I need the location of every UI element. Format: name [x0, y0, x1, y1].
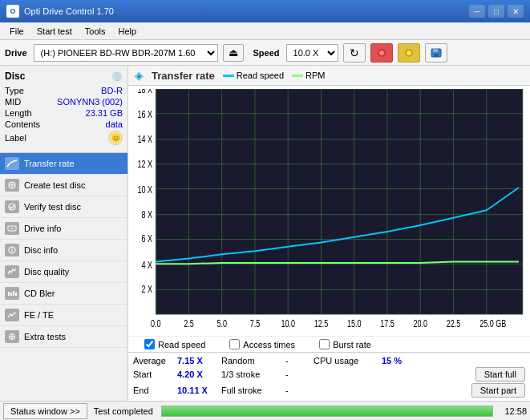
drive-select[interactable]: (H:) PIONEER BD-RW BDR-207M 1.60	[34, 44, 218, 62]
checkbox-read-speed[interactable]: Read speed	[144, 339, 205, 349]
svg-text:0.0: 0.0	[151, 318, 161, 329]
stat-end-value: 10.11 X	[177, 386, 221, 395]
status-text: Test completed	[94, 406, 153, 416]
checkbox-access-times[interactable]: Access times	[229, 339, 295, 349]
sidebar-item-extra-tests[interactable]: Extra tests	[0, 326, 127, 348]
disc-type-row: Type BD-R	[5, 85, 123, 96]
disc-mid-label: MID	[5, 97, 21, 107]
sidebar-item-transfer-rate[interactable]: Transfer rate	[0, 153, 127, 175]
status-window-button[interactable]: Status window >>	[3, 403, 87, 419]
stat-13stroke-value: -	[285, 370, 314, 379]
speed-label: Speed	[253, 48, 280, 58]
menu-start-test[interactable]: Start test	[30, 25, 79, 38]
menubar: File Start test Tools Help	[0, 22, 530, 40]
sidebar-item-drive-info[interactable]: Drive info	[0, 218, 127, 240]
progress-bar-fill	[162, 406, 493, 416]
chart-container: 18 X 16 X 14 X 12 X 10 X 8 X 6 X 4 X 2 X…	[128, 86, 530, 336]
speed-select[interactable]: 10.0 X	[286, 44, 338, 62]
legend-read-speed-color	[223, 75, 234, 77]
svg-text:14 X: 14 X	[138, 134, 153, 145]
disc-length-row: Length 23.31 GB	[5, 107, 123, 119]
svg-text:2.5: 2.5	[184, 318, 194, 329]
titlebar-title: Opti Drive Control 1.70	[24, 6, 114, 16]
main-content: Disc 💿 Type BD-R MID SONYNN3 (002) Lengt…	[0, 66, 530, 401]
toolbar: Drive (H:) PIONEER BD-RW BDR-207M 1.60 ⏏…	[0, 40, 530, 66]
disc-mid-value: SONYNN3 (002)	[57, 97, 123, 107]
disc-panel: Disc 💿 Type BD-R MID SONYNN3 (002) Lengt…	[0, 66, 127, 153]
svg-text:16 X: 16 X	[138, 109, 153, 120]
save-button[interactable]	[425, 43, 447, 63]
menu-file[interactable]: File	[3, 25, 30, 38]
stat-cpu-value: 15 %	[382, 356, 402, 365]
sidebar-item-cd-bler[interactable]: CD Bler	[0, 283, 127, 305]
sidebar-item-fe-te[interactable]: FE / TE	[0, 305, 127, 326]
eject-button[interactable]: ⏏	[223, 44, 244, 62]
checkbox-access-times-label: Access times	[243, 340, 295, 349]
svg-point-1	[379, 50, 384, 55]
stat-average-value: 7.15 X	[177, 356, 221, 365]
stat-average-label: Average	[133, 356, 177, 365]
stat-row-start: Start 4.20 X 1/3 stroke - Start full	[133, 367, 525, 382]
svg-rect-18	[13, 291, 14, 296]
titlebar-left: O Opti Drive Control 1.70	[6, 5, 114, 18]
svg-rect-5	[433, 49, 438, 52]
sidebar: Disc 💿 Type BD-R MID SONYNN3 (002) Lengt…	[0, 66, 128, 401]
action-button-1[interactable]	[370, 43, 393, 63]
svg-text:5.0: 5.0	[216, 318, 227, 329]
svg-text:12.5: 12.5	[314, 318, 329, 329]
transfer-rate-icon	[5, 157, 19, 170]
start-full-button[interactable]: Start full	[475, 367, 525, 382]
disc-label-icon[interactable]: 😊	[108, 131, 123, 145]
progress-bar-container	[161, 406, 494, 417]
menu-tools[interactable]: Tools	[79, 25, 112, 38]
checkbox-read-speed-input[interactable]	[144, 339, 155, 349]
disc-contents-label: Contents	[5, 119, 40, 129]
nav-label-disc-info: Disc info	[24, 245, 58, 255]
svg-text:8 X: 8 X	[142, 208, 153, 220]
legend-read-speed: Read speed	[223, 71, 284, 80]
legend-rpm: RPM	[292, 71, 325, 80]
checkbox-burst-rate[interactable]: Burst rate	[319, 339, 371, 349]
disc-length-value: 23.31 GB	[86, 108, 123, 118]
stat-cpu-label: CPU usage	[314, 356, 382, 365]
svg-text:10.0: 10.0	[281, 318, 295, 329]
nav-items: Transfer rate Create test disc Verify te…	[0, 153, 127, 348]
start-part-button[interactable]: Start part	[471, 383, 525, 398]
checkbox-access-times-input[interactable]	[229, 339, 240, 349]
nav-label-verify-test-disc: Verify test disc	[24, 202, 81, 212]
menu-help[interactable]: Help	[111, 25, 143, 38]
checkbox-burst-rate-input[interactable]	[319, 339, 330, 349]
disc-header: Disc 💿	[5, 71, 123, 82]
legend-rpm-color	[292, 75, 303, 77]
svg-text:2 X: 2 X	[142, 284, 153, 295]
statusbar: Status window >> Test completed 12:58	[0, 401, 530, 420]
stat-row-average: Average 7.15 X Random - CPU usage 15 %	[133, 356, 525, 365]
sidebar-item-verify-test-disc[interactable]: Verify test disc	[0, 196, 127, 218]
svg-text:4 X: 4 X	[142, 259, 153, 270]
action-button-2[interactable]	[398, 43, 420, 63]
maximize-button[interactable]: □	[488, 5, 504, 18]
stat-fullstroke-label: Full stroke	[221, 386, 285, 395]
nav-label-drive-info: Drive info	[24, 224, 61, 233]
disc-quality-icon	[5, 265, 19, 278]
svg-point-3	[407, 50, 411, 55]
svg-text:7.5: 7.5	[250, 318, 261, 329]
disc-type-value: BD-R	[101, 86, 123, 95]
sidebar-item-disc-info[interactable]: Disc info	[0, 240, 127, 261]
checkbox-burst-rate-label: Burst rate	[333, 340, 371, 349]
minimize-button[interactable]: ─	[469, 5, 485, 18]
close-button[interactable]: ✕	[508, 5, 524, 18]
chart-title: Transfer rate	[152, 70, 215, 82]
stats-area: Average 7.15 X Random - CPU usage 15 % S…	[128, 352, 530, 401]
create-test-disc-icon	[5, 179, 19, 192]
legend-read-speed-label: Read speed	[237, 71, 284, 80]
transfer-rate-chart: 18 X 16 X 14 X 12 X 10 X 8 X 6 X 4 X 2 X…	[131, 89, 527, 336]
disc-mid-row: MID SONYNN3 (002)	[5, 96, 123, 107]
disc-length-label: Length	[5, 108, 32, 118]
refresh-button[interactable]: ↻	[343, 43, 366, 63]
sidebar-item-create-test-disc[interactable]: Create test disc	[0, 175, 127, 196]
stat-end-label: End	[133, 386, 177, 395]
drive-info-icon	[5, 222, 19, 235]
time-display: 12:58	[504, 406, 527, 416]
sidebar-item-disc-quality[interactable]: Disc quality	[0, 261, 127, 283]
